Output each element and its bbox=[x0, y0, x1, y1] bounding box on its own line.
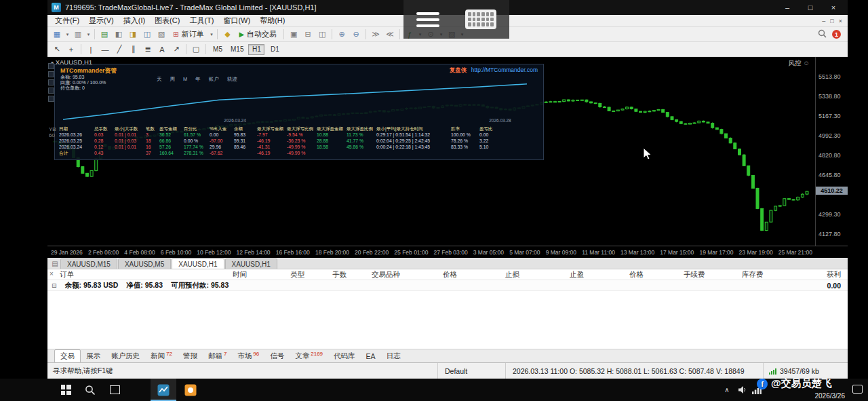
timeframe-d1-button[interactable]: D1 bbox=[267, 44, 283, 55]
market-watch-icon[interactable]: ▤ bbox=[98, 28, 111, 41]
terminal-tab-code-base[interactable]: 代码库 bbox=[328, 350, 361, 362]
tray-hidden-icons-button[interactable]: ∧ bbox=[720, 379, 734, 401]
auto-scroll-icon[interactable]: ≫ bbox=[369, 28, 382, 41]
menu-item-4[interactable]: 图表(C) bbox=[150, 15, 184, 26]
new-order-dropdown[interactable]: ▾ bbox=[208, 28, 214, 41]
menu-item-7[interactable]: 帮助(H) bbox=[255, 15, 290, 26]
chart-tab-xauusd-m5[interactable]: XAUUSD,M5 bbox=[118, 259, 171, 269]
brand-url-link[interactable]: http://MTCommander.com bbox=[471, 66, 538, 73]
metaeditor-icon[interactable]: ◆ bbox=[220, 28, 234, 41]
mdi-restore-button[interactable]: □ bbox=[830, 18, 833, 24]
task-view-button[interactable] bbox=[102, 379, 127, 401]
chart-side-button-1[interactable] bbox=[48, 63, 54, 69]
terminal-tab-mailbox[interactable]: 邮箱7 bbox=[203, 350, 232, 362]
notification-badge[interactable]: 1 bbox=[832, 30, 841, 39]
action-center-icon[interactable] bbox=[852, 385, 863, 394]
recorder-menu-icon[interactable] bbox=[416, 12, 439, 27]
chart-tab-xauusd-h1-2[interactable]: XAUUSD,H1 bbox=[225, 259, 277, 269]
channel-tool-icon[interactable]: ∥ bbox=[127, 43, 140, 56]
menu-item-2[interactable]: 显示(V) bbox=[84, 15, 119, 26]
timeframe-m15-button[interactable]: M15 bbox=[228, 44, 246, 55]
horizontal-line-tool-icon[interactable]: — bbox=[98, 43, 112, 56]
vertical-line-tool-icon[interactable]: | bbox=[84, 43, 98, 56]
crosshair-tool-icon[interactable]: + bbox=[64, 43, 78, 56]
time-label: 19 Mar 17:00 bbox=[699, 249, 733, 256]
collapse-balance-icon[interactable]: ⊟ bbox=[52, 282, 57, 289]
profiles-icon[interactable]: ▥ bbox=[71, 28, 85, 41]
price-scale[interactable]: 5513.805338.805167.304992.304820.804645.… bbox=[815, 57, 848, 246]
text-tool-icon[interactable]: A bbox=[155, 43, 169, 56]
zoom-out-icon[interactable]: ⊖ bbox=[349, 28, 363, 41]
price-label: 4992.30 bbox=[818, 132, 841, 139]
terminal-column-6: 价格 bbox=[443, 270, 505, 280]
shapes-tool-icon[interactable]: ▢ bbox=[189, 43, 203, 56]
time-axis[interactable]: 29 Jan 20262 Feb 06:004 Feb 08:006 Feb 1… bbox=[47, 246, 848, 258]
new-chart-icon[interactable]: ▦ bbox=[50, 28, 64, 41]
chart-side-button-4[interactable] bbox=[48, 88, 54, 94]
arrows-tool-icon[interactable]: ↗ bbox=[170, 43, 183, 56]
terminal-icon[interactable]: ◫ bbox=[140, 28, 154, 41]
data-window-icon[interactable]: ◧ bbox=[112, 28, 125, 41]
maximize-button[interactable]: □ bbox=[799, 1, 822, 14]
chart-tab-list-icon[interactable]: ▤ bbox=[50, 259, 60, 269]
taskbar-search-button[interactable] bbox=[77, 379, 103, 401]
terminal-tab-journal[interactable]: 日志 bbox=[381, 350, 406, 362]
terminal-tab-news[interactable]: 新闻72 bbox=[145, 350, 178, 362]
strategy-tester-icon[interactable]: ▧ bbox=[155, 28, 168, 41]
terminal-tab-alerts[interactable]: 警报 bbox=[178, 350, 203, 362]
recorder-keyboard-icon[interactable] bbox=[465, 9, 496, 29]
autotrading-button[interactable]: ▶自动交易 bbox=[235, 28, 281, 41]
terminal-tab-account-history[interactable]: 账户历史 bbox=[106, 350, 145, 362]
taskbar-mt4-app[interactable] bbox=[151, 379, 176, 401]
chart-side-button-3[interactable] bbox=[48, 79, 54, 85]
search-icon[interactable] bbox=[818, 28, 827, 41]
start-button[interactable] bbox=[53, 379, 79, 401]
tile-vertically-icon[interactable]: ◫ bbox=[315, 28, 329, 41]
zoom-in-icon[interactable]: ⊕ bbox=[335, 28, 349, 41]
taskbar-orange-app[interactable] bbox=[178, 379, 203, 401]
table-cell: -9.54 % bbox=[287, 132, 315, 138]
tile-horizontally-icon[interactable]: ⊟ bbox=[301, 28, 315, 41]
time-label: 27 Feb 03:00 bbox=[434, 249, 468, 256]
new-chart-dropdown[interactable]: ▾ bbox=[64, 28, 71, 41]
profiles-dropdown[interactable]: ▾ bbox=[85, 28, 92, 41]
chart-tab-xauusd-h1[interactable]: XAUUSD,H1 bbox=[172, 259, 224, 269]
terminal-tab-articles[interactable]: 文章2169 bbox=[290, 350, 328, 362]
cursor-tool-icon[interactable]: ↖ bbox=[50, 43, 64, 56]
menu-item-3[interactable]: 插入(I) bbox=[119, 15, 150, 26]
chart-tab-xauusd-m15[interactable]: XAUUSD,M15 bbox=[60, 259, 117, 269]
chart-side-button-2[interactable] bbox=[48, 71, 54, 77]
table-cell: 0.12 bbox=[94, 144, 113, 150]
time-label: 16 Feb 16:00 bbox=[276, 249, 310, 256]
menu-item-5[interactable]: 工具(T) bbox=[184, 15, 218, 26]
equity-curve bbox=[63, 81, 536, 121]
chart-shift-icon[interactable]: ≪ bbox=[383, 28, 397, 41]
chart-tab-bar: ▤XAUUSD,M15XAUUSD,M5XAUUSD,H1XAUUSD,H1 bbox=[47, 258, 848, 269]
ea-status-icon[interactable]: ☺ bbox=[803, 59, 810, 66]
terminal-close-button[interactable]: × bbox=[50, 270, 54, 278]
timeframe-h1-button[interactable]: H1 bbox=[248, 44, 264, 55]
menu-item-1[interactable]: 文件(F) bbox=[50, 15, 84, 26]
mdi-close-button[interactable]: × bbox=[839, 18, 842, 24]
terminal-tab-exposure[interactable]: 展示 bbox=[81, 350, 106, 362]
time-label: 23 Mar 19:00 bbox=[739, 249, 773, 256]
trendline-tool-icon[interactable]: ╱ bbox=[113, 43, 126, 56]
mdi-minimize-button[interactable]: – bbox=[822, 18, 825, 24]
menu-item-6[interactable]: 窗口(W) bbox=[218, 15, 255, 26]
fibonacci-tool-icon[interactable]: ≣ bbox=[141, 43, 155, 56]
terminal-tab-signals[interactable]: 信号 bbox=[264, 350, 290, 362]
status-profile[interactable]: Default bbox=[437, 363, 505, 379]
terminal-tab-experts[interactable]: EA bbox=[361, 351, 381, 362]
volume-icon[interactable] bbox=[735, 379, 749, 401]
navigator-icon[interactable]: ◨ bbox=[126, 28, 140, 41]
terminal-tab-market[interactable]: 市场96 bbox=[232, 350, 264, 362]
chart-side-button-5[interactable] bbox=[48, 96, 54, 102]
close-button[interactable]: × bbox=[822, 1, 845, 14]
new-order-button[interactable]: ⊞新订单 bbox=[169, 28, 208, 41]
cascade-windows-icon[interactable]: ▣ bbox=[287, 28, 300, 41]
terminal-tab-trade[interactable]: 交易 bbox=[54, 349, 81, 363]
table-cell bbox=[451, 150, 478, 156]
task-view-icon bbox=[110, 385, 120, 394]
timeframe-m5-button[interactable]: M5 bbox=[210, 44, 226, 55]
minimize-button[interactable]: – bbox=[776, 1, 799, 14]
